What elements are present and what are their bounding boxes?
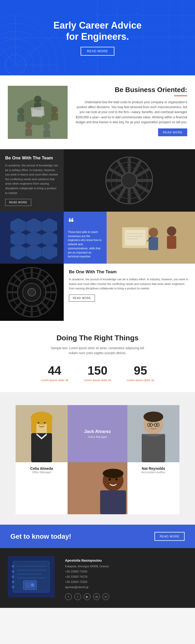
business-image	[8, 86, 68, 139]
svg-point-31	[34, 96, 41, 103]
celia-photo	[16, 405, 68, 462]
footer-info: Apostolia Nasiopoulou Katapola, Amorgos …	[60, 556, 187, 600]
svg-rect-42	[32, 109, 43, 118]
hero-content: Early Career Advice for Engineers. READ …	[54, 20, 142, 56]
doing-title: Doing The Right Things	[8, 334, 187, 342]
svg-rect-106	[31, 418, 36, 434]
hero-read-more-button[interactable]: READ MORE	[81, 47, 114, 56]
svg-point-5	[0, 31, 49, 75]
team-section: Jack Alvarez Sales Manager	[0, 392, 195, 525]
svg-rect-34	[17, 114, 24, 122]
stat-item-2: 150 Lorem ipsum dolor sit	[84, 363, 111, 382]
footer-address: Katapola, Amorgos 84008, Greece +30 2285…	[65, 564, 187, 590]
featured-member-card: Jack Alvarez Sales Manager	[68, 405, 127, 462]
svg-rect-36	[51, 113, 58, 120]
nat-photo	[127, 405, 179, 462]
business-divider	[174, 95, 187, 96]
svg-rect-38	[25, 129, 32, 136]
svg-point-118	[149, 424, 151, 426]
svg-rect-77	[149, 237, 158, 250]
business-read-more-button[interactable]: READ MORE	[158, 128, 187, 136]
middle-member-photo	[68, 462, 127, 514]
svg-rect-107	[47, 418, 52, 434]
svg-point-119	[156, 424, 158, 426]
svg-point-78	[167, 226, 176, 236]
team-card-2: Be One With The Team In academe, the pur…	[64, 264, 195, 321]
featured-member-name: Jack Alvarez	[84, 429, 111, 434]
social-icons-row: f t ▶ ok in	[65, 593, 187, 600]
linkedin-icon[interactable]: in	[102, 593, 109, 600]
business-text: Be Business Oriented: Understand how the…	[75, 86, 187, 139]
svg-point-6	[0, 23, 57, 75]
cta-section: Get to know today! READ MORE	[0, 525, 195, 548]
svg-rect-79	[167, 236, 176, 249]
nat-info: Nat Reynolds Accountant-auditor	[127, 462, 179, 514]
celia-name: Celia Almeda	[18, 466, 65, 471]
svg-text:1: 1	[192, 24, 194, 27]
footer-image	[8, 556, 55, 597]
quote-mark-icon: ❝	[68, 217, 102, 228]
team-card-1-title: Be One With The Team	[5, 155, 58, 161]
svg-point-124	[109, 478, 111, 480]
footer-name: Apostolia Nasiopoulou	[65, 558, 187, 562]
svg-rect-87	[31, 268, 33, 279]
stat-item-3: 95 Lorem ipsum dolor sit	[127, 363, 154, 382]
svg-point-4	[0, 39, 42, 75]
svg-point-39	[43, 123, 50, 130]
stat-number-3: 95	[127, 363, 154, 378]
team-grid-bottom-row: Be One With The Team In academe, the pur…	[0, 264, 195, 321]
stat-number-1: 44	[41, 363, 68, 378]
engine-image-1	[64, 149, 195, 212]
svg-text:1: 1	[192, 14, 194, 16]
team-card-2-btn[interactable]: READ MORE	[69, 295, 95, 302]
svg-text:0.07: 0.07	[114, 12, 119, 15]
stat-number-2: 150	[84, 363, 111, 378]
facebook-icon[interactable]: f	[65, 593, 72, 600]
team-card-1-btn[interactable]: READ MORE	[5, 199, 31, 206]
svg-text:500: 500	[135, 12, 139, 15]
footer: Apostolia Nasiopoulou Katapola, Amorgos …	[0, 548, 195, 608]
stats-row: 44 Lorem ipsum dolor sit 150 Lorem ipsum…	[8, 363, 187, 382]
svg-rect-57	[106, 179, 121, 182]
svg-line-11	[0, 26, 16, 65]
svg-text:B: B	[83, 60, 85, 63]
featured-member-role: Sales Manager	[88, 435, 107, 438]
svg-rect-95	[31, 305, 33, 317]
svg-point-3	[0, 47, 34, 75]
doing-description: Sample text. Lorem ipsum dolor sit amet,…	[51, 346, 144, 356]
svg-point-47	[121, 173, 137, 188]
hero-section: A B 0.01 0.07 500 1 1 5 Early Career Adv…	[0, 0, 195, 75]
svg-point-35	[51, 106, 58, 113]
svg-rect-40	[43, 130, 50, 137]
svg-point-130	[12, 570, 14, 573]
svg-rect-91	[45, 291, 56, 293]
cta-button[interactable]: READ MORE	[154, 532, 185, 541]
svg-rect-48	[128, 157, 131, 173]
business-paragraph: Understand how the total costs to produc…	[75, 100, 187, 125]
svg-point-108	[38, 422, 39, 424]
svg-text:5: 5	[192, 35, 194, 37]
team-card-1-text: In academe, the pursuit of knowledge can…	[5, 163, 58, 195]
doing-section: Doing The Right Things Sample text. Lore…	[0, 321, 195, 392]
engineers-image	[107, 212, 195, 264]
stat-label-1: Lorem ipsum dolor sit	[41, 379, 68, 382]
celia-role: Office Manager	[18, 471, 65, 474]
ok-icon[interactable]: ok	[93, 593, 100, 600]
nat-name: Nat Reynolds	[130, 466, 177, 471]
quote-text: Those best able to reach consensus are t…	[68, 230, 102, 259]
business-title: Be Business Oriented:	[115, 86, 187, 94]
svg-point-133	[12, 586, 14, 588]
svg-point-114	[144, 412, 163, 422]
svg-point-123	[103, 469, 124, 478]
twitter-icon[interactable]: t	[74, 593, 81, 600]
svg-rect-110	[31, 433, 52, 462]
team-grid-mid-row: ❝ Those best able to reach consensus are…	[0, 212, 195, 264]
svg-point-125	[115, 478, 118, 480]
team-grid-top-row: Be One With The Team In academe, the pur…	[0, 149, 195, 212]
business-section: Be Business Oriented: Understand how the…	[0, 75, 195, 149]
svg-point-132	[12, 581, 14, 583]
svg-point-86	[28, 288, 36, 296]
cta-text: Get to know today!	[10, 532, 71, 541]
svg-point-140	[31, 583, 34, 587]
youtube-icon[interactable]: ▶	[84, 593, 90, 600]
